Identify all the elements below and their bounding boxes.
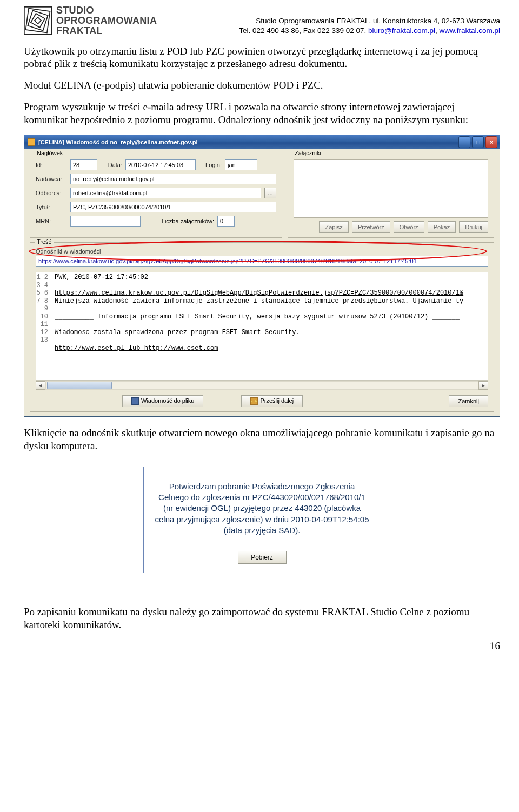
paragraph-4: Kliknięcie na odnośnik skutkuje otwarcie… <box>24 427 500 452</box>
app-icon <box>28 138 35 146</box>
paragraph-3: Program wyszukuje w treści e-maila adres… <box>24 101 500 127</box>
zalaczniki-fieldset: Załączniki Zapisz Przetwórz Otwórz Pokaż… <box>288 154 494 238</box>
scroll-right-button[interactable]: ► <box>478 381 488 390</box>
liczba-label: Liczba załączników: <box>144 218 214 224</box>
window-buttons: _ □ × <box>458 136 497 148</box>
scroll-thumb[interactable] <box>47 382 112 389</box>
data-label: Data: <box>101 162 122 168</box>
window-title: [CELINA] Wiadomość od no_reply@celina.mo… <box>38 139 198 145</box>
save-icon <box>131 397 139 405</box>
odbiorca-browse-button[interactable]: … <box>264 188 276 198</box>
odnosnik-link[interactable]: https://www.celina.krakow.uc.gov.pl/DigS… <box>36 256 488 267</box>
logo-area: STUDIO OPROGRAMOWANIA FRAKTAL <box>24 5 157 36</box>
company-address: Studio Oprogramowania FRAKTAL, ul. Konst… <box>239 16 500 36</box>
pobierz-button[interactable]: Pobierz <box>238 551 287 564</box>
paragraph-2: Moduł CELINA (e-podpis) ułatwia pobieran… <box>24 79 500 92</box>
confirmation-dialog: Potwierdzam pobranie Poświadczonego Zgło… <box>143 467 381 573</box>
page-number: 16 <box>24 640 500 652</box>
paragraph-5: Po zapisaniu komunikatu na dysku należy … <box>24 605 500 631</box>
legend-tresc: Treść <box>35 238 54 245</box>
site-link[interactable]: www.fraktal.com.pl <box>439 26 500 35</box>
legend-naglowek: Nagłówek <box>35 150 65 156</box>
bottom-button-row: Wiadomość do pliku Prześlij dalej Zamkni… <box>36 390 488 407</box>
id-label: Id: <box>36 162 67 168</box>
scroll-left-button[interactable]: ◄ <box>36 381 45 390</box>
confirmation-text: Potwierdzam pobranie Poświadczonego Zgło… <box>154 481 371 536</box>
nadawca-label: Nadawca: <box>36 176 67 182</box>
legend-zalaczniki: Załączniki <box>292 150 323 156</box>
przetworz-button[interactable]: Przetwórz <box>352 221 390 233</box>
naglowek-fieldset: Nagłówek Id: Data: Login: Nadawca: Odbio… <box>30 154 282 238</box>
zamknij-button[interactable]: Zamknij <box>449 395 488 407</box>
pokaz-button[interactable]: Pokaż <box>428 221 456 233</box>
svg-rect-2 <box>28 11 48 31</box>
wiadomosc-do-pliku-button[interactable]: Wiadomość do pliku <box>122 395 203 407</box>
titlebar: [CELINA] Wiadomość od no_reply@celina.mo… <box>24 135 500 149</box>
przeslij-dalej-button[interactable]: Prześlij dalej <box>241 395 303 407</box>
maximize-button[interactable]: □ <box>472 136 484 148</box>
message-body-editor[interactable]: 1 2 3 4 5 6 7 8 9 10 11 12 13 PWK, 2010-… <box>36 272 488 380</box>
login-label: Login: <box>199 162 222 168</box>
app-window: [CELINA] Wiadomość od no_reply@celina.mo… <box>24 135 500 417</box>
odbiorca-field[interactable] <box>70 188 261 198</box>
close-button[interactable]: × <box>485 136 497 148</box>
drukuj-button[interactable]: Drukuj <box>459 221 488 233</box>
page-header: STUDIO OPROGRAMOWANIA FRAKTAL Studio Opr… <box>24 5 500 36</box>
minimize-button[interactable]: _ <box>458 136 470 148</box>
paragraph-1: Użytkownik po otrzymaniu listu z POD lub… <box>24 45 500 71</box>
zapisz-button[interactable]: Zapisz <box>319 221 348 233</box>
nadawca-field[interactable] <box>70 174 276 184</box>
tytul-field[interactable] <box>70 202 276 212</box>
otworz-button[interactable]: Otwórz <box>394 221 424 233</box>
liczba-field[interactable] <box>217 216 235 227</box>
send-icon <box>250 397 258 405</box>
line-gutter: 1 2 3 4 5 6 7 8 9 10 11 12 13 <box>36 272 51 380</box>
data-field[interactable] <box>125 159 196 170</box>
scroll-track[interactable] <box>45 381 478 390</box>
odnosniki-label: Odnośniki w wiadomości <box>36 248 488 255</box>
svg-rect-4 <box>35 17 41 24</box>
logo-text: STUDIO OPROGRAMOWANIA FRAKTAL <box>56 5 157 36</box>
mrn-field[interactable] <box>70 216 141 227</box>
tresc-fieldset: Treść Odnośniki w wiadomości https://www… <box>30 242 494 412</box>
svg-rect-3 <box>31 14 45 28</box>
hscrollbar[interactable]: ◄ ► <box>36 380 488 390</box>
message-body-text: PWK, 2010-07-12 17:45:02 https://www.cel… <box>51 272 488 380</box>
id-field[interactable] <box>70 159 97 170</box>
attachments-list[interactable] <box>294 159 488 218</box>
fraktal-logo-icon <box>24 6 52 35</box>
login-field[interactable] <box>225 159 257 170</box>
odbiorca-label: Odbiorca: <box>36 190 67 196</box>
email-link[interactable]: biuro@fraktal.com.pl <box>368 26 435 35</box>
tytul-label: Tytuł: <box>36 204 67 210</box>
mrn-label: MRN: <box>36 218 67 224</box>
